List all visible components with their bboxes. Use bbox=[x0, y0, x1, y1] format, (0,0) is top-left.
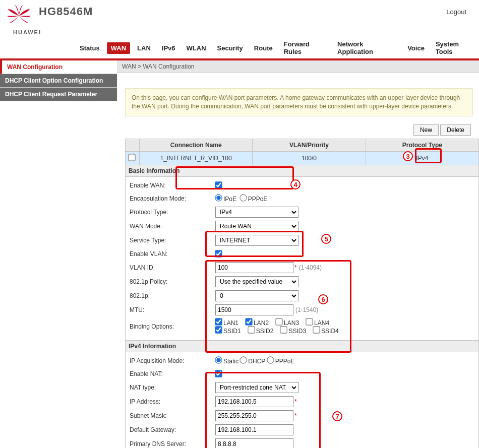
label-enable-wan: Enable WAN: bbox=[130, 182, 215, 189]
tab-lan[interactable]: LAN bbox=[133, 42, 155, 54]
header: HG8546M HUAWEI Logout bbox=[0, 0, 479, 29]
label-dns1: Primary DNS Server: bbox=[130, 440, 215, 447]
ipmode-pppoe-radio[interactable] bbox=[267, 356, 274, 363]
protocol-select[interactable]: IPv4 bbox=[215, 207, 298, 218]
section-ipv4: IPv4 Information bbox=[125, 341, 479, 352]
label-8021p: 802.1p: bbox=[130, 292, 215, 299]
label-mtu: MTU: bbox=[130, 306, 215, 313]
bind-lan4-checkbox[interactable] bbox=[306, 318, 313, 325]
enable-wan-checkbox[interactable] bbox=[215, 181, 222, 188]
binding-ssids: SSID1SSID2SSID3SSID4 bbox=[215, 327, 346, 335]
label-binding: Binding Options: bbox=[130, 323, 215, 330]
enable-nat-checkbox[interactable] bbox=[215, 370, 222, 377]
tab-wan[interactable]: WAN bbox=[107, 42, 130, 54]
ipv4-form: IP Acquisition Mode: Static DHCP PPPoE E… bbox=[125, 352, 479, 448]
row-select[interactable] bbox=[128, 154, 135, 161]
bind-lan2-checkbox[interactable] bbox=[245, 318, 252, 325]
gw-input[interactable] bbox=[215, 424, 293, 435]
label-gw: Default Gateway: bbox=[130, 426, 215, 433]
encap-ipoe-radio[interactable] bbox=[215, 194, 222, 201]
label-ip: IP Address: bbox=[130, 398, 215, 405]
wan-table: Connection Name VLAN/Priority Protocol T… bbox=[125, 139, 479, 165]
label-encap: Encapsulation Mode: bbox=[130, 195, 215, 202]
label-service: Service Type: bbox=[130, 237, 215, 244]
device-name: HG8546M bbox=[39, 5, 93, 18]
bind-lan1-checkbox[interactable] bbox=[215, 318, 222, 325]
label-ip-mode: IP Acquisition Mode: bbox=[130, 357, 215, 364]
tab-status[interactable]: Status bbox=[76, 42, 104, 54]
label-nat-type: NAT type: bbox=[130, 384, 215, 391]
label-vlan-id: VLAN ID: bbox=[130, 264, 215, 271]
label-mask: Subnet Mask: bbox=[130, 412, 215, 419]
col-select bbox=[126, 139, 140, 151]
service-select[interactable]: INTERNET bbox=[215, 235, 298, 246]
col-vlan-priority: VLAN/Priority bbox=[253, 139, 366, 151]
tab-network-application[interactable]: Network Application bbox=[333, 38, 400, 57]
label-8021p-policy: 802.1p Policy: bbox=[130, 278, 215, 285]
dns1-input[interactable] bbox=[215, 438, 293, 448]
sidebar-item[interactable]: DHCP Client Request Parameter bbox=[0, 88, 117, 101]
tab-ipv6[interactable]: IPv6 bbox=[158, 42, 179, 54]
cell-vlan: 100/0 bbox=[253, 151, 366, 165]
tab-system-tools[interactable]: System Tools bbox=[432, 38, 479, 57]
new-button[interactable]: New bbox=[413, 124, 439, 136]
tab-route[interactable]: Route bbox=[250, 42, 277, 54]
bind-ssid3-checkbox[interactable] bbox=[280, 326, 287, 333]
ip-input[interactable] bbox=[215, 396, 293, 407]
bind-ssid1-checkbox[interactable] bbox=[215, 326, 222, 333]
basic-form: Enable WAN: Encapsulation Mode: IPoE PPP… bbox=[125, 177, 479, 341]
binding-lans: LAN1LAN2LAN3LAN4 bbox=[215, 318, 346, 327]
sidebar-item[interactable]: WAN Configuration bbox=[0, 60, 117, 74]
label-enable-nat: Enable NAT: bbox=[130, 370, 215, 377]
ipmode-dhcp-radio[interactable] bbox=[240, 356, 247, 363]
mask-input[interactable] bbox=[215, 410, 293, 421]
breadcrumb: WAN > WAN Configuration bbox=[117, 60, 479, 73]
tab-security[interactable]: Security bbox=[213, 42, 247, 54]
mtu-input[interactable] bbox=[215, 304, 293, 315]
sidebar-item[interactable]: DHCP Client Option Configuration bbox=[0, 74, 117, 88]
label-proto: Protocol Type: bbox=[130, 209, 215, 216]
vlan-id-input[interactable] bbox=[215, 262, 293, 273]
bind-ssid2-checkbox[interactable] bbox=[248, 326, 255, 333]
main-nav: StatusWANLANIPv6WLANSecurityRouteForward… bbox=[76, 38, 479, 57]
section-basic: Basic Information bbox=[125, 165, 479, 177]
wan-mode-select[interactable]: Route WAN bbox=[215, 221, 298, 232]
tab-voice[interactable]: Voice bbox=[403, 42, 429, 54]
brand-name: HUAWEI bbox=[13, 29, 41, 35]
policy-select[interactable]: Use the specified value bbox=[215, 276, 298, 287]
col-connection-name: Connection Name bbox=[140, 139, 253, 151]
table-row[interactable]: 1_INTERNET_R_VID_100 100/0 IPv4 bbox=[126, 151, 479, 165]
delete-button[interactable]: Delete bbox=[440, 124, 471, 136]
sidebar: WAN ConfigurationDHCP Client Option Conf… bbox=[0, 60, 117, 448]
tab-forward-rules[interactable]: Forward Rules bbox=[280, 38, 330, 57]
huawei-logo-icon bbox=[5, 4, 33, 29]
label-enable-vlan: Enable VLAN: bbox=[130, 250, 215, 258]
8021p-select[interactable]: 0 bbox=[215, 290, 298, 301]
tab-wlan[interactable]: WLAN bbox=[183, 42, 210, 54]
nat-type-select[interactable]: Port-restricted cone NAT bbox=[215, 382, 298, 393]
content: WAN > WAN Configuration On this page, yo… bbox=[117, 60, 479, 448]
ipmode-static-radio[interactable] bbox=[215, 356, 222, 363]
logout-link[interactable]: Logout bbox=[446, 8, 466, 16]
cell-connection-name: 1_INTERNET_R_VID_100 bbox=[140, 151, 253, 165]
encap-pppoe-radio[interactable] bbox=[239, 194, 247, 201]
enable-vlan-checkbox[interactable] bbox=[215, 250, 222, 257]
toolbar: New Delete bbox=[117, 122, 479, 139]
label-wan-mode: WAN Mode: bbox=[130, 223, 215, 230]
info-box: On this page, you can configure WAN port… bbox=[125, 88, 473, 116]
cell-proto: IPv4 bbox=[366, 151, 478, 165]
bind-lan3-checkbox[interactable] bbox=[275, 318, 282, 325]
bind-ssid4-checkbox[interactable] bbox=[313, 326, 320, 333]
col-protocol-type: Protocol Type bbox=[366, 139, 478, 151]
